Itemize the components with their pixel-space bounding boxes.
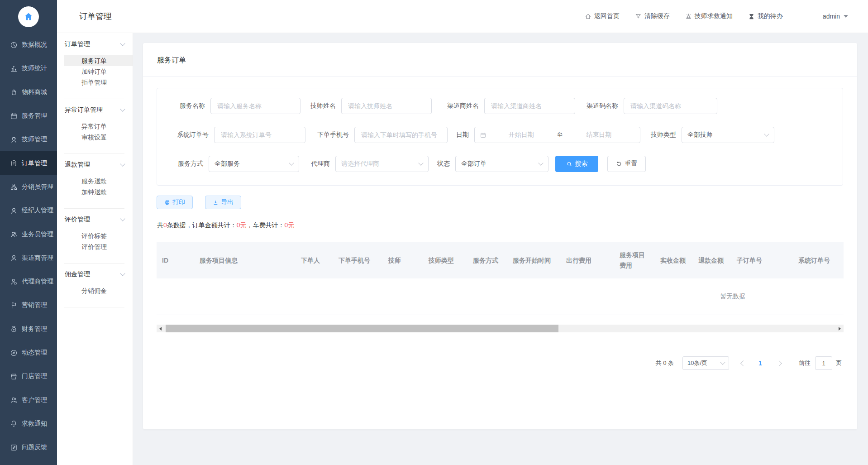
submenu-item-service-refund[interactable]: 服务退款 bbox=[57, 176, 133, 187]
order-no-input[interactable] bbox=[220, 131, 300, 139]
scroll-left-arrow[interactable] bbox=[157, 325, 164, 332]
compass-icon bbox=[10, 349, 18, 357]
service-mode-value: 全部服务 bbox=[215, 160, 240, 168]
goto-page-input[interactable] bbox=[815, 356, 832, 370]
sidebar-item-order-mgmt[interactable]: 订单管理 bbox=[0, 151, 57, 175]
print-button[interactable]: 打印 bbox=[157, 196, 193, 209]
sidebar-item-sos-notice[interactable]: 求救通知 bbox=[0, 412, 57, 436]
nav-clear-cache[interactable]: 清除缓存 bbox=[635, 12, 670, 20]
store-icon bbox=[10, 373, 18, 380]
sidebar-item-agency-mgmt[interactable]: 代理商管理 bbox=[0, 270, 57, 293]
table-column-header: 服务项目费用 bbox=[614, 242, 655, 278]
goto-label: 前往 bbox=[799, 359, 811, 367]
sidebar-item-technician-mgmt[interactable]: 技师管理 bbox=[0, 128, 57, 151]
feedback-icon bbox=[10, 444, 18, 451]
status-select[interactable]: 全部订单 bbox=[455, 156, 548, 172]
sidebar-item-store-mgmt[interactable]: 门店管理 bbox=[0, 364, 57, 388]
sidebar-item-feedback[interactable]: 问题反馈 bbox=[0, 436, 57, 459]
sidebar-item-service-mgmt[interactable]: 服务管理 bbox=[0, 104, 57, 128]
submenu-item-add-clock-order[interactable]: 加钟订单 bbox=[57, 66, 133, 77]
table-column-header: 系统订单号 bbox=[793, 242, 844, 278]
sidebar-item-tech-stats[interactable]: 技师统计 bbox=[0, 57, 57, 80]
channel-name-input-wrap bbox=[484, 98, 575, 114]
submenu-group-commission-group[interactable]: 佣金管理 bbox=[65, 270, 124, 279]
current-page[interactable]: 1 bbox=[753, 360, 768, 367]
sidebar-item-dynamic-mgmt[interactable]: 动态管理 bbox=[0, 341, 57, 364]
reset-button[interactable]: 重置 bbox=[607, 156, 646, 172]
sidebar-item-channel-mgmt[interactable]: 渠道商管理 bbox=[0, 246, 57, 270]
triangle-left-icon bbox=[159, 327, 162, 331]
agent-select[interactable]: 请选择代理商 bbox=[335, 156, 429, 172]
printer-icon bbox=[164, 200, 170, 206]
sidebar-item-finance-mgmt[interactable]: 财务管理 bbox=[0, 317, 57, 341]
chevron-down-icon bbox=[120, 216, 125, 221]
chevron-down-icon bbox=[120, 161, 125, 166]
filter-row-3: 服务方式 全部服务 代理商 请选择代理商 状 bbox=[157, 156, 843, 172]
sidebar-item-label: 技师管理 bbox=[22, 135, 47, 144]
tech-name-input-wrap bbox=[341, 98, 432, 114]
sidebar-item-label: 动态管理 bbox=[22, 349, 47, 357]
submenu-group-review-group[interactable]: 评价管理 bbox=[65, 215, 124, 224]
sidebar-item-customer-mgmt[interactable]: 客户管理 bbox=[0, 388, 57, 412]
submenu-item-review-tag[interactable]: 评价标签 bbox=[57, 230, 133, 241]
channel-name-input[interactable] bbox=[490, 102, 569, 110]
submenu-item-review-mgmt[interactable]: 评价管理 bbox=[57, 241, 133, 252]
sidebar-item-distributor-mgmt[interactable]: 分销员管理 bbox=[0, 175, 57, 199]
submenu-group-abnormal-order-group[interactable]: 异常订单管理 bbox=[65, 105, 124, 115]
page-size-select[interactable]: 10条/页 bbox=[682, 356, 729, 370]
tech-name-input[interactable] bbox=[347, 102, 426, 110]
date-range-picker[interactable]: 开始日期 至 结束日期 bbox=[474, 127, 640, 143]
service-order-card: 服务订单 服务名称 技师姓名 渠道商姓名 bbox=[143, 43, 857, 429]
prev-page-button[interactable] bbox=[735, 356, 750, 370]
nav-my-todo[interactable]: 我的待办 bbox=[748, 12, 783, 20]
table-column-header: 下单手机号 bbox=[333, 242, 383, 278]
service-name-input[interactable] bbox=[216, 102, 295, 110]
sidebar-item-salesman-mgmt[interactable]: 业务员管理 bbox=[0, 222, 57, 246]
search-button[interactable]: 搜索 bbox=[555, 156, 598, 172]
sidebar-item-marketing-mgmt[interactable]: 营销管理 bbox=[0, 293, 57, 317]
submenu-item-abnormal-order[interactable]: 异常订单 bbox=[57, 121, 133, 132]
nav-tech-sos-notice[interactable]: 技师求救通知 bbox=[685, 12, 733, 20]
chevron-left-icon bbox=[740, 360, 746, 366]
search-icon bbox=[566, 161, 572, 167]
nav-back-home[interactable]: 返回首页 bbox=[585, 12, 620, 20]
date-range-field: 日期 开始日期 至 结束日期 bbox=[454, 127, 640, 143]
sidebar-item-material-mall[interactable]: 物料商城 bbox=[0, 81, 57, 104]
table-column-header: ID bbox=[157, 242, 194, 278]
scroll-right-arrow[interactable] bbox=[836, 325, 844, 332]
card-title: 服务订单 bbox=[143, 43, 857, 77]
reset-button-label: 重置 bbox=[625, 160, 638, 168]
phone-input[interactable] bbox=[360, 131, 442, 139]
submenu-item-service-order[interactable]: 服务订单 bbox=[64, 55, 133, 66]
orders-table: ID服务项目信息下单人下单手机号技师技师类型服务方式服务开始时间出行费用服务项目… bbox=[157, 242, 844, 315]
app-logo[interactable] bbox=[18, 6, 39, 27]
sidebar-item-label: 服务管理 bbox=[22, 112, 47, 120]
finance-icon bbox=[10, 325, 18, 333]
pagination: 共 0 条 10条/页 1 前往 页 bbox=[143, 356, 857, 370]
technician-icon bbox=[10, 136, 18, 144]
channel-code-label: 渠道码名称 bbox=[583, 102, 618, 110]
sidebar-item-label: 求救通知 bbox=[22, 420, 47, 428]
submenu-item-add-clock-refund[interactable]: 加钟退款 bbox=[57, 187, 133, 197]
tech-type-label: 技师类型 bbox=[646, 131, 676, 139]
stats-count: 0 bbox=[163, 221, 167, 229]
scrollbar-thumb[interactable] bbox=[166, 325, 558, 332]
submenu-item-reject-order-mgmt[interactable]: 拒单管理 bbox=[57, 77, 133, 88]
submenu-group-order-mgmt-group[interactable]: 订单管理 bbox=[65, 40, 124, 49]
channel-code-input[interactable] bbox=[630, 102, 711, 110]
sidebar-item-broker-mgmt[interactable]: 经纪人管理 bbox=[0, 199, 57, 222]
tech-type-select[interactable]: 全部技师 bbox=[682, 127, 774, 143]
submenu-group-refund-group[interactable]: 退款管理 bbox=[65, 160, 124, 169]
submenu-item-distribution-commission[interactable]: 分销佣金 bbox=[57, 285, 133, 296]
user-menu[interactable]: admin bbox=[823, 13, 848, 20]
channel-name-field: 渠道商姓名 bbox=[442, 98, 575, 114]
next-page-button[interactable] bbox=[773, 356, 787, 370]
service-mode-select[interactable]: 全部服务 bbox=[209, 156, 299, 172]
sidebar-item-data-overview[interactable]: 数据概况 bbox=[0, 33, 57, 57]
submenu-group-label: 退款管理 bbox=[65, 161, 90, 169]
submenu-divider bbox=[64, 153, 124, 154]
submenu-item-audit-setting[interactable]: 审核设置 bbox=[57, 132, 133, 143]
status-label: 状态 bbox=[435, 160, 450, 168]
export-button[interactable]: 导出 bbox=[205, 196, 241, 209]
shopping-bag-icon bbox=[10, 88, 18, 96]
